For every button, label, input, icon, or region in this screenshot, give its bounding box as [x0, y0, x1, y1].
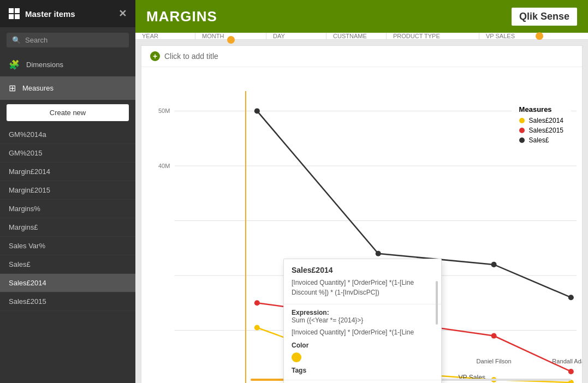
- legend-dot-dark: [519, 137, 525, 143]
- filter-product-type[interactable]: Product Type: [387, 33, 479, 39]
- tooltip-formula2: [Invoiced Quantity] * [OrderPrice] *(1-[…: [284, 326, 441, 338]
- legend-dot-red: [519, 128, 525, 133]
- svg-point-13: [491, 333, 497, 339]
- orange-indicator: [227, 36, 235, 44]
- filter-year[interactable]: Year: [135, 33, 195, 39]
- filter-day-label: Day: [273, 33, 319, 39]
- chart-container: + Click to add title 50M 40M: [141, 45, 583, 383]
- expression-label: Expression:: [292, 309, 329, 316]
- svg-point-14: [568, 369, 574, 374]
- legend-title: Measures: [519, 105, 563, 113]
- close-icon[interactable]: ✕: [118, 8, 127, 20]
- add-title-text: Click to add title: [164, 52, 218, 61]
- page-title: MARGINS: [146, 8, 217, 25]
- filter-custname[interactable]: CustName: [326, 33, 387, 39]
- list-item[interactable]: GM%2014a: [0, 125, 135, 144]
- svg-point-11: [254, 300, 260, 306]
- list-item[interactable]: Margins%: [0, 200, 135, 218]
- orange-indicator-right: [536, 32, 543, 40]
- add-title-bar[interactable]: + Click to add title: [141, 46, 582, 67]
- list-item-sales2014[interactable]: Sales£2014: [0, 274, 135, 292]
- svg-point-9: [491, 262, 497, 267]
- list-item[interactable]: Margin£2014: [0, 163, 135, 181]
- list-item[interactable]: Sales£2015: [0, 292, 135, 311]
- filter-day[interactable]: Day: [266, 33, 326, 39]
- search-input[interactable]: [25, 36, 123, 44]
- chart-area: + Click to add title 50M 40M: [135, 40, 588, 383]
- filter-bar: Year Month Day CustName Product Type VP …: [135, 33, 588, 40]
- orange-vertical-line: [245, 91, 246, 383]
- qlik-logo: Qlik Sense: [512, 8, 577, 26]
- filter-vp-sales[interactable]: VP Sales: [479, 33, 539, 39]
- sidebar: Master items ✕ 🔍 🧩 Dimensions ⊞ Measures…: [0, 0, 135, 383]
- plus-icon: +: [150, 51, 160, 61]
- sidebar-item-measures[interactable]: ⊞ Measures: [0, 76, 135, 100]
- list-item[interactable]: Margins£: [0, 218, 135, 237]
- tooltip-formula: [Invoiced Quantity] * [OrderPrice] *(1-[…: [284, 278, 441, 302]
- svg-point-7: [254, 108, 260, 113]
- svg-text:Daniel Filson: Daniel Filson: [477, 358, 512, 364]
- grid-icon: [9, 8, 20, 19]
- tooltip-color-row: Color: [284, 338, 441, 352]
- tooltip-expression: Expression: Sum ({<Year *= {2014}>}: [284, 307, 441, 326]
- tooltip-tags: Tags: [284, 366, 441, 380]
- filter-year-label: Year: [142, 33, 188, 39]
- legend-item-sales2015: Sales£2015: [519, 127, 563, 134]
- sidebar-title: Master items: [25, 9, 75, 19]
- svg-point-10: [568, 295, 574, 300]
- legend-dot-yellow: [519, 118, 525, 123]
- sidebar-list: GM%2014a GM%2015 Margin£2014 Margin£2015…: [0, 125, 135, 383]
- tooltip-scrollbar[interactable]: [436, 281, 438, 325]
- expression-value2: Sum ({<Year *= {2014}>}: [292, 316, 433, 324]
- list-item[interactable]: Sales£: [0, 255, 135, 274]
- filter-month[interactable]: Month: [195, 33, 266, 39]
- main-content: MARGINS Qlik Sense Year Month Day CustNa…: [135, 0, 588, 383]
- search-box: 🔍: [7, 33, 129, 47]
- search-icon: 🔍: [12, 36, 21, 44]
- create-new-button[interactable]: Create new: [7, 104, 129, 121]
- legend-item-sales2014: Sales£2014: [519, 117, 563, 124]
- svg-point-15: [254, 325, 260, 330]
- svg-point-8: [376, 251, 381, 256]
- puzzle-icon: 🧩: [9, 59, 20, 70]
- legend-label: Sales£: [529, 136, 549, 144]
- sidebar-item-label: Measures: [22, 84, 54, 92]
- filter-custname-label: CustName: [333, 33, 379, 39]
- legend-item-salesgbp: Sales£: [519, 136, 563, 144]
- list-item[interactable]: Sales Var%: [0, 237, 135, 255]
- filter-vp-label: VP Sales: [486, 33, 532, 39]
- svg-text:Randall Adam: Randall Adam: [552, 358, 582, 364]
- color-swatch: [292, 352, 301, 362]
- tooltip-title: Sales£2014: [284, 259, 441, 278]
- color-label: Color: [292, 342, 308, 349]
- svg-text:40M: 40M: [158, 163, 170, 169]
- sidebar-item-dimensions[interactable]: 🧩 Dimensions: [0, 53, 135, 76]
- sidebar-header: Master items ✕: [0, 0, 135, 27]
- tooltip-actions: 🗑 ✏ ⧉ ⤢: [284, 380, 441, 383]
- list-item[interactable]: GM%2015: [0, 144, 135, 163]
- tooltip-popup: Sales£2014 [Invoiced Quantity] * [OrderP…: [283, 259, 442, 383]
- chart-legend: Measures Sales£2014 Sales£2015 Sales£: [512, 100, 571, 152]
- formula2-value: [Invoiced Quantity] * [OrderPrice] *(1-[…: [292, 328, 414, 336]
- title-bar: MARGINS Qlik Sense: [135, 0, 588, 33]
- sidebar-item-label: Dimensions: [26, 61, 63, 69]
- list-item[interactable]: Margin£2015: [0, 181, 135, 200]
- layers-icon: ⊞: [9, 83, 16, 93]
- filter-product-label: Product Type: [393, 33, 472, 39]
- legend-label: Sales£2014: [529, 117, 563, 124]
- svg-text:50M: 50M: [158, 107, 170, 114]
- legend-label: Sales£2015: [529, 127, 563, 134]
- tooltip-divider: [284, 304, 441, 304]
